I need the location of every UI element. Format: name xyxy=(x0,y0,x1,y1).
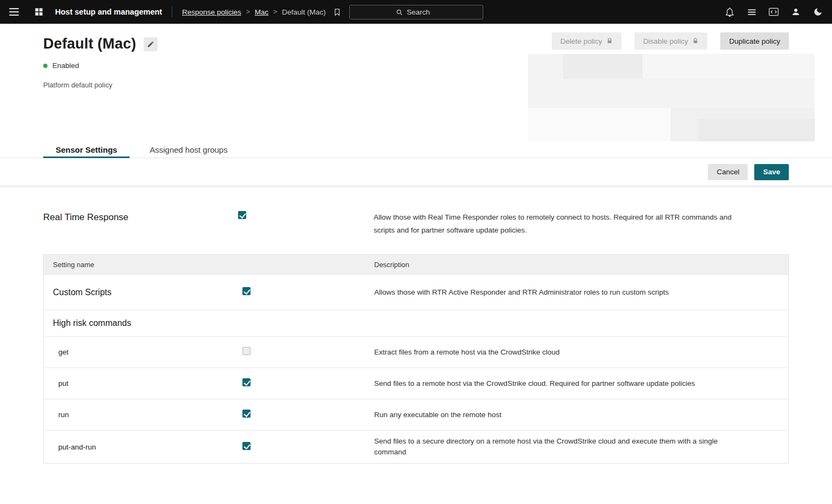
status-label: Enabled xyxy=(52,62,79,70)
breadcrumb-link-response-policies[interactable]: Response policies xyxy=(182,8,241,16)
table-row: putSend files to a remote host via the C… xyxy=(44,367,788,399)
redacted-preview-area xyxy=(528,54,815,141)
setting-name: put xyxy=(44,379,242,387)
lock-icon xyxy=(606,38,613,44)
setting-group-description: Allow those with Real Time Responder rol… xyxy=(374,211,741,237)
setting-name: Custom Scripts xyxy=(44,288,242,297)
settings-table-body: Custom ScriptsAllows those with RTR Acti… xyxy=(44,274,788,463)
tab-sensor-settings[interactable]: Sensor Settings xyxy=(43,141,130,158)
real-time-response-checkbox[interactable] xyxy=(238,211,246,219)
breadcrumb: Response policies > Mac > Default (Mac) xyxy=(182,5,343,18)
table-header-row: Setting name Description xyxy=(44,255,788,274)
app-title: Host setup and management xyxy=(55,8,162,16)
tab-sensor-settings-label: Sensor Settings xyxy=(56,145,117,154)
topbar-divider xyxy=(172,6,172,17)
apps-grid-icon[interactable] xyxy=(30,3,48,21)
breadcrumb-separator: > xyxy=(246,8,250,16)
settings-content: Real Time Response Allow those with Real… xyxy=(0,211,832,464)
search-icon xyxy=(396,9,403,16)
setting-description: Allows those with RTR Active Responder a… xyxy=(374,287,741,298)
setting-name: get xyxy=(44,348,242,356)
topbar: Host setup and management Response polic… xyxy=(0,0,832,24)
setting-checkbox[interactable] xyxy=(242,287,251,295)
bookmark-icon[interactable] xyxy=(330,5,343,18)
setting-name: High risk commands xyxy=(44,318,242,328)
setting-checkbox[interactable] xyxy=(242,378,251,386)
disable-policy-button[interactable]: Disable policy xyxy=(634,32,707,50)
action-bar: Cancel Save xyxy=(0,158,832,186)
search-input[interactable] xyxy=(407,8,437,16)
page-title: Default (Mac) xyxy=(43,36,136,52)
delete-policy-button[interactable]: Delete policy xyxy=(552,32,621,50)
table-row: put-and-runSend files to a secure direct… xyxy=(44,430,788,463)
table-row: getExtract files from a remote host via … xyxy=(44,336,788,367)
save-button[interactable]: Save xyxy=(754,164,789,180)
setting-checkbox[interactable] xyxy=(242,410,251,418)
breadcrumb-separator: > xyxy=(273,8,277,16)
setting-description: Send files to a remote host via the Crow… xyxy=(374,378,741,389)
duplicate-policy-label: Duplicate policy xyxy=(729,37,780,45)
search-box[interactable] xyxy=(349,5,483,19)
delete-policy-label: Delete policy xyxy=(560,37,602,45)
disable-policy-label: Disable policy xyxy=(643,37,688,45)
setting-description: Run any executable on the remote host xyxy=(374,410,741,420)
real-time-response-setting: Real Time Response Allow those with Real… xyxy=(43,211,789,237)
tab-assigned-host-groups-label: Assigned host groups xyxy=(150,145,227,154)
setting-group-label: Real Time Response xyxy=(43,211,238,223)
edit-policy-name-button[interactable] xyxy=(144,37,158,51)
header-buttons: Delete policy Disable policy Duplicate p… xyxy=(552,32,789,50)
setting-name: put-and-run xyxy=(44,443,242,451)
moon-icon[interactable] xyxy=(809,3,827,21)
lock-icon xyxy=(692,38,699,44)
table-section-row: High risk commands xyxy=(44,310,788,336)
status-dot-icon xyxy=(43,64,48,68)
setting-name: run xyxy=(44,411,242,419)
hamburger-icon xyxy=(9,8,19,16)
setting-checkbox[interactable] xyxy=(242,347,251,355)
tab-assigned-host-groups[interactable]: Assigned host groups xyxy=(137,141,240,158)
setting-checkbox[interactable] xyxy=(242,442,251,450)
duplicate-policy-button[interactable]: Duplicate policy xyxy=(720,32,789,50)
topbar-right-icons xyxy=(721,3,832,21)
cancel-button[interactable]: Cancel xyxy=(708,164,748,180)
menu-icon[interactable] xyxy=(5,3,23,21)
settings-table: Setting name Description Custom ScriptsA… xyxy=(43,254,789,464)
pencil-icon xyxy=(147,40,154,48)
stack-icon[interactable] xyxy=(743,3,760,21)
column-header-setting-name: Setting name xyxy=(44,261,242,269)
apps-grid-glyph xyxy=(34,7,44,17)
breadcrumb-link-mac[interactable]: Mac xyxy=(255,8,269,16)
page-header: Default (Mac) Enabled Platform default p… xyxy=(0,24,832,141)
setting-description: Extract files from a remote host via the… xyxy=(374,347,741,358)
breadcrumb-current: Default (Mac) xyxy=(282,8,326,16)
column-header-description: Description xyxy=(374,261,788,269)
topbar-left: Host setup and management Response polic… xyxy=(0,3,343,21)
table-row: Custom ScriptsAllows those with RTR Acti… xyxy=(44,274,788,310)
code-icon[interactable] xyxy=(765,3,782,21)
setting-description: Send files to a secure directory on a re… xyxy=(374,436,741,458)
tabs: Sensor Settings Assigned host groups xyxy=(0,141,832,158)
user-icon[interactable] xyxy=(787,3,804,21)
notifications-bell-icon[interactable] xyxy=(721,3,738,21)
table-row: runRun any executable on the remote host xyxy=(44,399,788,430)
